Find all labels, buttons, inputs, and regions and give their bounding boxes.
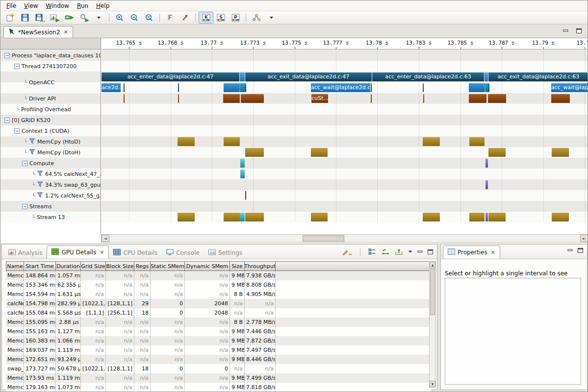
- close-icon[interactable]: ✕: [100, 249, 104, 256]
- column-header[interactable]: Block Size: [106, 261, 134, 271]
- timeline-tree-row[interactable]: −Process "laplace_data_clauses 10...: [0, 50, 101, 61]
- timeline-interval[interactable]: [224, 83, 239, 92]
- minimize-icon[interactable]: [417, 249, 423, 254]
- column-header[interactable]: Dynamic SMem: [185, 261, 230, 271]
- tab-properties[interactable]: Properties ✕: [443, 245, 500, 259]
- minimize-icon[interactable]: [563, 28, 568, 35]
- timeline-interval[interactable]: [371, 94, 372, 103]
- table-row[interactable]: Memcp155.163 ms1.127 msn/an/an/an/an/a9 …: [6, 327, 431, 336]
- dropdown-caret-icon[interactable]: [91, 12, 106, 24]
- guided-analysis-icon[interactable]: [249, 12, 264, 24]
- column-header[interactable]: Size: [230, 261, 245, 271]
- filter-funnel-icon[interactable]: [37, 192, 43, 199]
- timeline-tree-row[interactable]: └Driver API: [0, 93, 101, 104]
- filter-funnel-icon[interactable]: [29, 149, 35, 156]
- timeline-tree-row[interactable]: └34.3% swap_63_gpu: [0, 179, 101, 190]
- timeline-interval[interactable]: [178, 137, 195, 146]
- minimize-icon[interactable]: [567, 247, 573, 254]
- fit-columns-icon[interactable]: [381, 248, 390, 255]
- maximize-icon[interactable]: [576, 28, 582, 35]
- timeline-interval[interactable]: [311, 213, 328, 221]
- stream-view-icon[interactable]: S: [213, 12, 228, 24]
- table-row[interactable]: calcNe155.084 ms5.568 µs[1,1,1][256,1,1]…: [6, 308, 431, 318]
- import-icon[interactable]: [62, 12, 77, 24]
- timeline-interval[interactable]: [486, 213, 488, 221]
- menu-file[interactable]: File: [2, 1, 20, 10]
- table-vscrollbar[interactable]: ▲ ▼: [429, 261, 436, 388]
- timeline-interval[interactable]: [124, 83, 125, 92]
- timeline-tree-row[interactable]: └MemCpy (HtoD): [0, 136, 101, 147]
- timeline-tree-row[interactable]: └Profiling Overhead: [0, 104, 101, 115]
- table-row[interactable]: Memcp172.651 ms93.249 µsn/an/an/an/an/a9…: [6, 355, 431, 364]
- timeline-interval[interactable]: [178, 94, 179, 103]
- timeline-interval[interactable]: [469, 137, 485, 146]
- timeline-tree-row[interactable]: −[0] GRID K520: [0, 115, 101, 125]
- timeline-interval[interactable]: [178, 213, 195, 221]
- timeline-interval[interactable]: acc_exit_data@laplace2d.c:47: [245, 73, 372, 81]
- column-header[interactable]: Throughput: [245, 261, 276, 271]
- timeline-interval[interactable]: [488, 83, 489, 92]
- timeline-tree-row[interactable]: −Compute: [0, 158, 101, 169]
- timeline-interval[interactable]: [469, 94, 486, 103]
- column-header[interactable]: Duration: [56, 261, 81, 271]
- layout-icon[interactable]: [368, 248, 376, 255]
- collapse-icon[interactable]: −: [14, 128, 20, 134]
- timeline-interval[interactable]: acc_exit_data@laplace2d.c:63: [488, 73, 588, 81]
- column-header[interactable]: Regs: [134, 261, 151, 271]
- menu-run[interactable]: Run: [73, 1, 92, 10]
- timeline-interval[interactable]: [552, 148, 569, 157]
- export-icon[interactable]: [395, 248, 403, 255]
- zoom-out-icon[interactable]: [127, 12, 142, 24]
- profile-application-icon[interactable]: [47, 12, 62, 24]
- table-row[interactable]: calcNe154.798 ms282.99 µs[1022,1,1][128,…: [6, 299, 431, 308]
- table-row[interactable]: Memcp160.383 ms1.066 msn/an/an/an/an/a9 …: [6, 336, 431, 345]
- timeline-interval[interactable]: [486, 159, 488, 168]
- table-row[interactable]: Memcp169.037 ms1.119 msn/an/an/an/an/a9 …: [6, 345, 431, 355]
- table-row[interactable]: Memcp148.864 ms1.057 msn/an/an/an/an/a9 …: [6, 271, 431, 280]
- timeline-tree-row[interactable]: └64.5% calcNext_47_...: [0, 169, 101, 179]
- timeline-interval[interactable]: cuSt...: [311, 94, 328, 103]
- timeline-interval[interactable]: [488, 148, 506, 157]
- timeline-interval[interactable]: [178, 83, 179, 92]
- maximize-icon[interactable]: [428, 249, 433, 254]
- save-all-icon[interactable]: [32, 12, 47, 24]
- timeline-interval[interactable]: [551, 94, 570, 103]
- hscroll-thumb[interactable]: [303, 235, 344, 242]
- timeline-interval[interactable]: acc_enter_data@laplace2d.c:47: [102, 73, 239, 81]
- column-header[interactable]: Static SMem: [151, 261, 185, 271]
- view-menu-icon[interactable]: [408, 250, 412, 253]
- menu-view[interactable]: View: [20, 1, 42, 10]
- table-row[interactable]: Memcp173.93 ms1.119 msn/an/an/an/an/a9 M…: [6, 373, 431, 383]
- tab-analysis[interactable]: Analysis: [4, 247, 47, 259]
- collapse-icon[interactable]: −: [22, 161, 27, 166]
- collapse-icon[interactable]: −: [4, 53, 10, 58]
- editor-tab-session[interactable]: *NewSession2 ✕: [3, 26, 73, 38]
- process-view-icon[interactable]: P: [228, 12, 243, 24]
- table-row[interactable]: Memcp155.095 ms2.88 µsn/an/an/an/an/a8 B…: [6, 318, 431, 327]
- filter-funnel-icon[interactable]: [37, 181, 43, 189]
- column-header[interactable]: Start Time: [24, 261, 56, 271]
- timeline-interval[interactable]: [241, 94, 264, 103]
- timeline-tree-row[interactable]: └Stream 13: [0, 212, 101, 222]
- zoom-fit-icon[interactable]: ±: [142, 12, 156, 24]
- tab-settings[interactable]: Settings: [204, 247, 247, 259]
- timeline-interval[interactable]: [245, 83, 246, 92]
- timeline-interval[interactable]: [485, 73, 488, 81]
- timeline-canvas[interactable]: acc_enter_data@laplace2d.c:47acc_exit_da…: [102, 50, 588, 234]
- filter-funnel-icon[interactable]: [37, 171, 43, 178]
- dropdown-caret-icon[interactable]: [264, 12, 279, 24]
- table-row[interactable]: Memcp153.346 ms62.355 µsn/an/an/an/an/a9…: [6, 280, 431, 290]
- filter-funnel-icon[interactable]: [29, 138, 35, 146]
- table-row[interactable]: Memcp154.594 ms1.631 µsn/an/an/an/an/a8 …: [6, 290, 431, 299]
- timeline-interval[interactable]: [486, 180, 488, 189]
- maximize-icon[interactable]: [578, 247, 583, 254]
- timeline-tree-row[interactable]: −Context 1 (CUDA): [0, 125, 101, 136]
- scroll-right-icon[interactable]: ►: [580, 235, 588, 242]
- timeline-interval[interactable]: [224, 137, 240, 146]
- timeline-interval[interactable]: [240, 170, 245, 178]
- tab-gpu-details[interactable]: GPU Details✕: [47, 245, 109, 259]
- tab-console[interactable]: Console: [162, 247, 204, 259]
- timeline-interval[interactable]: [371, 83, 372, 92]
- timeline-interval[interactable]: [240, 213, 245, 221]
- kernel-view-icon[interactable]: K: [199, 12, 213, 24]
